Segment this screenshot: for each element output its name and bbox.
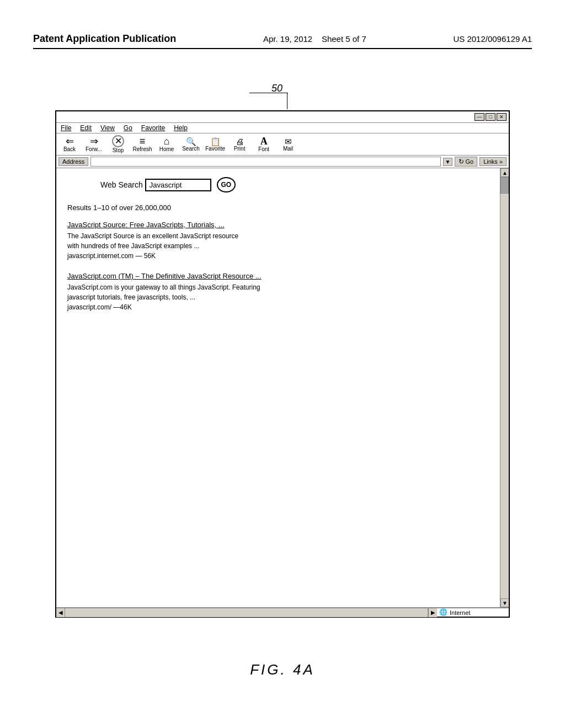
figure-label: FIG. 4A	[0, 661, 565, 678]
refresh-icon: ≡	[140, 136, 146, 146]
search-icon: 🔍	[186, 137, 196, 146]
go-circle-button[interactable]: GO	[217, 177, 236, 192]
title-bar: — □ ✕	[56, 111, 509, 123]
h-scroll-track[interactable]	[65, 608, 428, 617]
print-button[interactable]: 🖨 Print	[230, 137, 249, 152]
go-label: Go	[465, 158, 473, 165]
menu-edit[interactable]: Edit	[80, 124, 92, 132]
patent-date: Apr. 19, 2012 Sheet 5 of 7	[263, 34, 366, 44]
address-bar: Address ▼ ↻ Go Links »	[56, 156, 509, 168]
address-label: Address	[58, 157, 88, 166]
go-icon: ↻	[459, 158, 464, 165]
browser-container: 50 — □ ✕ File Edit View Go Favorite Help…	[55, 110, 510, 618]
home-icon: ⌂	[164, 136, 170, 146]
print-label: Print	[234, 146, 246, 152]
home-label: Home	[159, 146, 174, 152]
stop-button[interactable]: ✕ Stop	[108, 135, 128, 153]
browser-window: — □ ✕ File Edit View Go Favorite Help ⇐ …	[55, 110, 510, 618]
stop-icon: ✕	[112, 135, 124, 147]
patent-header: Patent Application Publication Apr. 19, …	[33, 33, 532, 49]
result-2-title[interactable]: JavaScript.com (TM) – The Definitive Jav…	[67, 272, 489, 280]
content-area: Web Search GO Results 1–10 of over 26,00…	[56, 168, 509, 608]
refresh-button[interactable]: ≡ Refresh	[132, 136, 152, 152]
menu-file[interactable]: File	[61, 124, 71, 132]
menu-favorite[interactable]: Favorite	[141, 124, 165, 132]
menu-help[interactable]: Help	[174, 124, 188, 132]
search-box-row: Web Search GO	[67, 177, 489, 192]
result-2-desc: JavaScript.com is your gateway to all th…	[67, 282, 489, 312]
forward-icon: ⇒	[90, 136, 98, 146]
scrollbar-right: ▲ ▼	[500, 168, 509, 607]
address-input[interactable]	[90, 157, 440, 167]
back-icon: ⇐	[66, 136, 74, 146]
callout-arc-line	[249, 93, 288, 93]
go-button[interactable]: ↻ Go	[455, 157, 477, 167]
result-1-title[interactable]: JavaScript Source: Free JavaScripts, Tut…	[67, 221, 489, 229]
font-icon: A	[260, 136, 268, 146]
results-text: Results 1–10 of over 26,000,000	[67, 204, 489, 212]
font-button[interactable]: A Font	[254, 136, 274, 152]
forward-button[interactable]: ⇒ Forw...	[84, 136, 104, 152]
content-scroll: Web Search GO Results 1–10 of over 26,00…	[56, 168, 500, 607]
search-result-2: JavaScript.com (TM) – The Definitive Jav…	[67, 272, 489, 312]
stop-label: Stop	[113, 147, 124, 153]
web-search-label: Web Search	[100, 180, 143, 189]
menu-view[interactable]: View	[100, 124, 115, 132]
scroll-thumb[interactable]	[500, 177, 509, 194]
scroll-thumb-area	[500, 177, 509, 598]
search-result-1: JavaScript Source: Free JavaScripts, Tut…	[67, 221, 489, 261]
address-dropdown[interactable]: ▼	[443, 158, 453, 166]
scroll-right-arrow[interactable]: ▶	[428, 608, 437, 617]
scroll-left-arrow[interactable]: ◀	[56, 608, 65, 617]
menu-go[interactable]: Go	[124, 124, 132, 132]
minimize-button[interactable]: —	[475, 113, 484, 121]
go-circle-label: GO	[221, 181, 231, 189]
back-label: Back	[63, 146, 76, 152]
callout-line	[287, 93, 287, 109]
status-icon: 🌐	[439, 608, 447, 617]
status-bar: 🌐 Internet	[437, 608, 509, 617]
links-button[interactable]: Links »	[479, 157, 507, 166]
mail-label: Mail	[283, 146, 293, 152]
search-label: Search	[182, 146, 200, 152]
favorites-label: Favorite	[205, 146, 225, 152]
result-1-desc: The JavaScript Source is an excellent Ja…	[67, 231, 489, 261]
font-label: Font	[258, 146, 269, 152]
toolbar: ⇐ Back ⇒ Forw... ✕ Stop ≡ Refresh ⌂ Home…	[56, 133, 509, 156]
home-button[interactable]: ⌂ Home	[157, 136, 177, 152]
mail-button[interactable]: ✉ Mail	[278, 137, 298, 152]
mail-icon: ✉	[285, 137, 292, 146]
print-icon: 🖨	[236, 137, 244, 146]
patent-number: US 2012/0096129 A1	[453, 34, 532, 44]
refresh-label: Refresh	[132, 146, 152, 152]
patent-title: Patent Application Publication	[33, 33, 176, 45]
favorites-button[interactable]: 📋 Favorite	[205, 137, 225, 152]
forward-label: Forw...	[86, 146, 102, 152]
bottom-bar: ◀ ▶ 🌐 Internet	[56, 608, 509, 617]
scroll-down-arrow[interactable]: ▼	[500, 598, 509, 607]
scroll-up-arrow[interactable]: ▲	[500, 168, 509, 177]
status-text: Internet	[450, 609, 470, 616]
favorites-icon: 📋	[210, 137, 221, 146]
back-button[interactable]: ⇐ Back	[60, 136, 79, 152]
maximize-button[interactable]: □	[486, 113, 495, 121]
menu-bar: File Edit View Go Favorite Help	[56, 123, 509, 133]
close-button[interactable]: ✕	[497, 113, 507, 121]
search-button[interactable]: 🔍 Search	[181, 137, 201, 152]
search-input[interactable]	[145, 179, 211, 191]
